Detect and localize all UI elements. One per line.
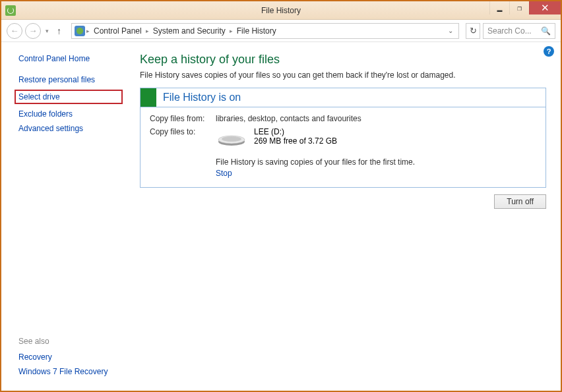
search-input[interactable]: Search Co... 🔍 — [483, 23, 555, 39]
sidebar: Control Panel Home Restore personal file… — [1, 42, 140, 389]
drive-free-space: 269 MB free of 3.72 GB — [254, 136, 337, 146]
detail-box: Copy files from: libraries, desktop, con… — [140, 107, 546, 188]
breadcrumb-system-security[interactable]: System and Security — [150, 25, 228, 37]
see-also-header: See also — [18, 337, 129, 346]
sidebar-bottom: See also Recovery Windows 7 File Recover… — [18, 337, 129, 381]
search-placeholder: Search Co... — [487, 26, 532, 36]
window-title: File History — [261, 6, 301, 15]
main-panel: Keep a history of your files File Histor… — [140, 42, 561, 389]
close-button[interactable]: ✕ — [529, 1, 561, 14]
svg-point-2 — [222, 136, 241, 142]
control-panel-icon — [75, 26, 85, 36]
sidebar-restore-files[interactable]: Restore personal files — [18, 75, 129, 84]
sidebar-recovery[interactable]: Recovery — [18, 352, 129, 362]
chevron-right-icon[interactable]: ▸ — [230, 28, 233, 34]
status-indicator-icon — [140, 88, 156, 107]
control-panel-home-link[interactable]: Control Panel Home — [18, 54, 129, 63]
back-button[interactable]: ← — [7, 23, 22, 39]
address-dropdown-icon[interactable]: ⌄ — [445, 27, 456, 34]
copy-from-row: Copy files from: libraries, desktop, con… — [150, 114, 536, 123]
window-buttons: ❐ ✕ — [489, 1, 561, 19]
status-banner: File History is on — [140, 88, 546, 107]
content-area: ? Control Panel Home Restore personal fi… — [1, 42, 561, 389]
page-description: File History saves copies of your files … — [140, 70, 546, 80]
sidebar-select-drive[interactable]: Select drive — [15, 90, 123, 104]
app-icon — [5, 5, 16, 16]
chevron-right-icon[interactable]: ▸ — [86, 28, 90, 34]
breadcrumb-control-panel[interactable]: Control Panel — [91, 25, 144, 37]
drive-name: LEE (D:) — [254, 127, 337, 136]
copy-from-value: libraries, desktop, contacts and favouri… — [216, 114, 361, 123]
refresh-button[interactable]: ↻ — [466, 23, 480, 39]
copy-to-label: Copy files to: — [150, 127, 216, 136]
action-row: Turn off — [140, 194, 546, 209]
sidebar-exclude-folders[interactable]: Exclude folders — [18, 109, 129, 119]
navigation-toolbar: ← → ▾ ↑ ▸ Control Panel ▸ System and Sec… — [1, 20, 561, 42]
minimize-button[interactable] — [489, 1, 509, 14]
drive-icon — [216, 127, 247, 147]
address-bar[interactable]: ▸ Control Panel ▸ System and Security ▸ … — [71, 23, 459, 39]
copy-from-label: Copy files from: — [150, 114, 216, 123]
stop-link[interactable]: Stop — [216, 169, 232, 178]
search-icon: 🔍 — [541, 26, 551, 36]
maximize-button[interactable]: ❐ — [509, 1, 529, 14]
page-title: Keep a history of your files — [140, 53, 546, 67]
sidebar-advanced-settings[interactable]: Advanced settings — [18, 124, 129, 133]
turn-off-button[interactable]: Turn off — [494, 194, 546, 209]
chevron-right-icon[interactable]: ▸ — [146, 28, 149, 34]
drive-info: LEE (D:) 269 MB free of 3.72 GB — [254, 127, 337, 146]
titlebar: File History ❐ ✕ — [1, 1, 561, 20]
up-button[interactable]: ↑ — [53, 26, 65, 36]
copy-to-row: Copy files to: LEE (D:) 269 MB free of 3… — [150, 127, 536, 147]
history-dropdown[interactable]: ▾ — [44, 28, 51, 34]
saving-message: File History is saving copies of your fi… — [216, 157, 536, 167]
sidebar-win7-recovery[interactable]: Windows 7 File Recovery — [18, 367, 129, 376]
status-text: File History is on — [156, 92, 241, 103]
forward-button[interactable]: → — [25, 23, 41, 39]
help-icon[interactable]: ? — [544, 46, 554, 57]
breadcrumb-file-history[interactable]: File History — [234, 25, 279, 37]
